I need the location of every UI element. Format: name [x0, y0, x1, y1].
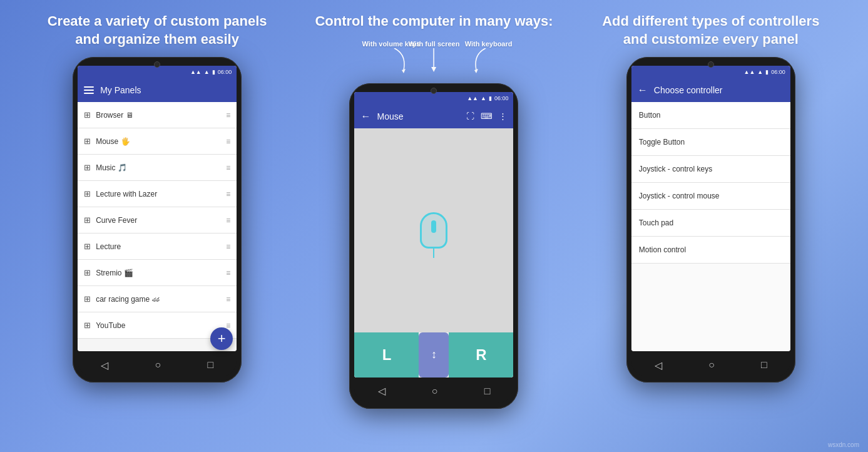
list-item[interactable]: ⊞ Music 🎵 ≡	[78, 155, 237, 181]
controller-motion[interactable]: Motion control	[631, 237, 790, 264]
controller-joystick-mouse[interactable]: Joystick - control mouse	[631, 183, 790, 210]
col3-heading: Add different types of controllers and c…	[602, 13, 819, 48]
controller-joystick-keys[interactable]: Joystick - control keys	[631, 156, 790, 183]
signal-icon: ▲▲	[190, 69, 202, 75]
more-icon[interactable]: ⋮	[499, 111, 507, 121]
nav-bar-3: ◁ ○ □	[631, 354, 790, 376]
app-bar-2: ← Mouse ⛶ ⌨ ⋮	[354, 105, 513, 128]
list-item[interactable]: ⊞ Mouse 🖐 ≡	[78, 128, 237, 155]
phone-1: ▲▲ ▲ ▮ 06:00 My Panels ⊞ Browser 🖥	[73, 57, 242, 383]
mouse-cord	[433, 248, 434, 258]
recent-button-2[interactable]: □	[484, 386, 491, 397]
item-icon: ⊞	[84, 110, 91, 120]
battery-icon-3: ▮	[765, 69, 768, 75]
time-display-3: 06:00	[771, 69, 785, 75]
app-title-2: Mouse	[377, 111, 460, 121]
list-item[interactable]: ⊞ Curve Fever ≡	[78, 207, 237, 234]
drag-handle[interactable]: ≡	[226, 269, 230, 277]
drag-handle[interactable]: ≡	[226, 111, 230, 120]
home-button-3[interactable]: ○	[708, 359, 715, 371]
keyboard-icon[interactable]: ⌨	[481, 111, 493, 121]
recent-button-3[interactable]: □	[761, 359, 767, 371]
time-display: 06:00	[218, 69, 232, 75]
drag-handle[interactable]: ≡	[226, 137, 230, 146]
drag-handle[interactable]: ≡	[226, 190, 230, 198]
signal-icon-3: ▲▲	[744, 69, 755, 75]
drag-handle[interactable]: ≡	[226, 216, 230, 225]
annotation-area: With volume keys With full screen With k…	[349, 39, 518, 90]
watermark: wsxdn.com	[828, 441, 859, 448]
app-layout: Create a variety of custom panels and or…	[0, 0, 868, 452]
controller-toggle-button[interactable]: Toggle Button	[631, 129, 790, 156]
nav-bar-2: ◁ ○ □	[354, 380, 513, 403]
item-icon: ⊞	[84, 189, 91, 198]
item-label: car racing game 🏎	[96, 295, 221, 304]
item-label: Curve Fever	[96, 216, 221, 225]
app-title-1: My Panels	[100, 85, 230, 95]
back-icon-2[interactable]: ←	[360, 111, 370, 122]
left-click-button[interactable]: L	[354, 332, 419, 378]
svg-marker-1	[431, 67, 436, 72]
hamburger-icon[interactable]	[84, 86, 94, 94]
item-icon: ⊞	[84, 268, 91, 277]
list-item[interactable]: ⊞ Browser 🖥 ≡	[78, 102, 237, 128]
arrow-fullscreen	[427, 48, 440, 73]
wifi-icon: ▲	[204, 69, 210, 75]
list-item[interactable]: ⊞ Stremio 🎬 ≡	[78, 260, 237, 286]
back-button[interactable]: ◁	[101, 359, 108, 371]
mouse-buttons: L ↕ R	[354, 332, 513, 378]
mouse-graphic	[420, 212, 447, 249]
back-button-3[interactable]: ◁	[655, 359, 662, 371]
fullscreen-icon[interactable]: ⛶	[466, 111, 474, 121]
back-button-2[interactable]: ◁	[378, 385, 385, 397]
annotation-keyboard: With keyboard	[465, 39, 513, 73]
list-item[interactable]: ⊞ car racing game 🏎 ≡	[78, 286, 237, 312]
screen-3: ▲▲ ▲ ▮ 06:00 ← Choose controller Button …	[631, 66, 790, 351]
drag-handle[interactable]: ≡	[226, 242, 230, 251]
item-icon: ⊞	[84, 321, 91, 330]
mouse-touchpad[interactable]	[354, 128, 513, 332]
phone-3: ▲▲ ▲ ▮ 06:00 ← Choose controller Button …	[626, 57, 795, 383]
phone-2: ▲▲ ▲ ▮ 06:00 ← Mouse ⛶ ⌨ ⋮	[349, 83, 518, 409]
controller-button[interactable]: Button	[631, 102, 790, 129]
list-item[interactable]: ⊞ Lecture ≡	[78, 234, 237, 260]
col2-heading: Control the computer in many ways:	[315, 13, 553, 31]
right-click-button[interactable]: R	[449, 332, 513, 378]
app-bar-1: My Panels	[78, 78, 237, 102]
item-label: Lecture with Lazer	[96, 190, 221, 198]
home-button-2[interactable]: ○	[432, 386, 438, 397]
wifi-icon-2: ▲	[481, 95, 486, 101]
mouse-body	[420, 212, 447, 249]
svg-marker-0	[402, 69, 406, 73]
list-item[interactable]: ⊞ Lecture with Lazer ≡	[78, 181, 237, 207]
camera-1	[154, 61, 160, 68]
drag-handle[interactable]: ≡	[226, 295, 230, 304]
back-icon-3[interactable]: ←	[638, 85, 648, 96]
drag-handle[interactable]: ≡	[226, 163, 230, 172]
recent-button[interactable]: □	[207, 359, 213, 371]
item-icon: ⊞	[84, 294, 91, 304]
app-bar-3: ← Choose controller	[631, 78, 790, 102]
col1-heading: Create a variety of custom panels and or…	[48, 13, 267, 48]
status-bar-3: ▲▲ ▲ ▮ 06:00	[631, 66, 790, 78]
item-label: Mouse 🖐	[96, 137, 221, 146]
controller-list: Button Toggle Button Joystick - control …	[631, 102, 790, 351]
nav-bar-1: ◁ ○ □	[78, 354, 237, 376]
home-button[interactable]: ○	[155, 359, 161, 371]
item-label: Music 🎵	[96, 163, 221, 172]
col-3: Add different types of controllers and c…	[580, 13, 842, 383]
item-label: YouTube	[96, 321, 221, 330]
middle-click-button[interactable]: ↕	[419, 332, 449, 378]
item-icon: ⊞	[84, 163, 91, 172]
arrow-keyboard	[473, 48, 504, 73]
camera-2	[431, 88, 437, 94]
signal-icon-2: ▲▲	[467, 95, 478, 101]
col-1: Create a variety of custom panels and or…	[26, 13, 288, 383]
scroll-wheel	[431, 220, 436, 233]
item-label: Stremio 🎬	[96, 269, 221, 277]
controller-touchpad[interactable]: Touch pad	[631, 210, 790, 237]
status-bar-1: ▲▲ ▲ ▮ 06:00	[78, 66, 237, 78]
col-2: Control the computer in many ways: With …	[302, 13, 565, 409]
item-icon: ⊞	[84, 215, 91, 225]
wifi-icon-3: ▲	[757, 69, 763, 75]
